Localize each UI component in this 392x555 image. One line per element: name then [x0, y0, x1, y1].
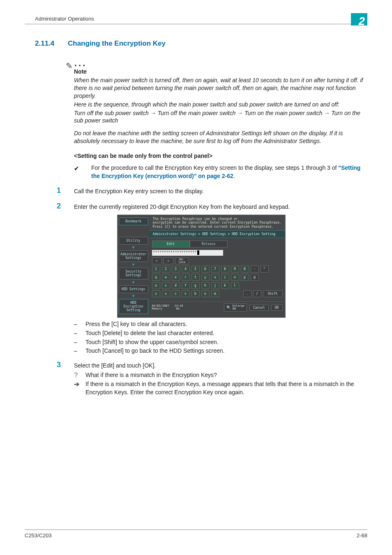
note-block: ✎... Note When the main power switch is … — [74, 59, 367, 145]
key-6[interactable]: 6 — [201, 266, 210, 273]
enlarge-label: Enlarge ON — [232, 305, 244, 310]
key-dash[interactable]: - — [251, 266, 259, 273]
kb-row-4: z x c v b n m . / Shift — [152, 290, 283, 297]
key-i[interactable]: i — [221, 274, 229, 281]
panel-msg-line1: The Encryption Passphrase can be changed… — [153, 217, 282, 221]
key-m[interactable]: m — [211, 290, 219, 297]
sub-bullet: – Touch [Shift] to show the upper case/s… — [74, 338, 367, 347]
side-hdd-settings[interactable]: HDD Settings — [119, 285, 148, 293]
key-h[interactable]: h — [201, 282, 210, 289]
passphrase-input[interactable]: ******************** — [152, 250, 223, 256]
key-caret[interactable]: ^ — [261, 266, 269, 273]
key-0[interactable]: 0 — [241, 266, 249, 273]
down-arrow-icon: ▼ — [119, 294, 148, 298]
key-z[interactable]: z — [152, 290, 160, 297]
note-paragraph-3: Turn off the sub power switch → Turn off… — [74, 109, 367, 125]
key-c[interactable]: c — [172, 290, 180, 297]
answer-row: ➔ If there is a mismatch in the Encrypti… — [74, 380, 367, 396]
key-a[interactable]: a — [152, 282, 160, 289]
footer-memory-label: Memory — [152, 307, 162, 310]
key-d[interactable]: d — [172, 282, 180, 289]
key-2[interactable]: 2 — [162, 266, 170, 273]
check-text-before: For the procedure to call the Encryption… — [91, 164, 338, 171]
down-arrow-icon: ▼ — [119, 280, 148, 284]
kb-row-3: a s d f g h j k l — [152, 282, 283, 289]
key-1[interactable]: 1 — [152, 266, 160, 273]
checkmark-icon: ✔ — [74, 164, 91, 180]
chapter-chip: 2 — [351, 13, 367, 25]
key-9[interactable]: 9 — [231, 266, 239, 273]
side-hdd-encryption[interactable]: HDD Encryption Setting — [119, 299, 148, 314]
key-4[interactable]: 4 — [182, 266, 190, 273]
key-period[interactable]: . — [243, 290, 251, 297]
delete-key[interactable]: De- lete — [175, 257, 189, 264]
key-g[interactable]: g — [191, 282, 200, 289]
ok-button[interactable]: OK — [271, 305, 283, 311]
header-title: Administrator Operations — [35, 16, 94, 22]
arrow-right-key[interactable]: → — [164, 257, 173, 264]
sub-bullet-text: Touch [Cancel] to go back to the HDD Set… — [85, 347, 367, 355]
side-utility[interactable]: Utility — [119, 237, 148, 245]
key-x[interactable]: x — [162, 290, 170, 297]
key-f[interactable]: f — [182, 282, 190, 289]
key-7[interactable]: 7 — [211, 266, 219, 273]
key-t[interactable]: t — [191, 274, 200, 281]
key-n[interactable]: n — [201, 290, 210, 297]
section-heading: 2.11.4Changing the Encryption Key — [35, 39, 367, 48]
question-mark-icon: ? — [74, 371, 85, 379]
cancel-button[interactable]: Cancel — [249, 305, 269, 311]
kb-row-1: 1 2 3 4 5 6 7 8 9 0 - ^ — [152, 266, 283, 273]
key-r[interactable]: r — [182, 274, 190, 281]
ellipsis-icon: ... — [74, 58, 87, 68]
note-paragraph-1: When the main power switch is turned off… — [74, 76, 367, 100]
footer-model: C253/C203 — [25, 532, 52, 539]
key-v[interactable]: v — [182, 290, 190, 297]
side-nav: Bookmark Utility ▼ Administrator Setting… — [118, 215, 150, 318]
footer-page-number: 2-68 — [357, 532, 367, 539]
key-j[interactable]: j — [211, 282, 219, 289]
side-bookmark[interactable]: Bookmark — [119, 217, 148, 225]
key-o[interactable]: o — [231, 274, 239, 281]
key-l[interactable]: l — [231, 282, 239, 289]
side-admin-settings[interactable]: Administrator Settings — [119, 250, 148, 262]
tab-edit[interactable]: Edit — [152, 240, 190, 247]
header-rule — [25, 24, 367, 24]
tab-release[interactable]: Release — [190, 240, 228, 247]
key-e[interactable]: e — [172, 274, 180, 281]
step-text-1: Call the Encryption Key entry screen to … — [74, 187, 367, 196]
sub-bullet-text: Press the [C] key to clear all character… — [85, 320, 367, 328]
key-at[interactable]: @ — [251, 274, 259, 281]
kb-row-2: q w e r t y u i o p @ — [152, 274, 283, 281]
check-bullet: ✔ For the procedure to call the Encrypti… — [74, 164, 367, 180]
step-number-2: 2 — [57, 202, 74, 211]
enlarge-button[interactable]: 🔍 Enlarge ON — [224, 303, 247, 312]
key-p[interactable]: p — [241, 274, 249, 281]
side-security-settings[interactable]: Security Settings — [119, 268, 148, 279]
key-3[interactable]: 3 — [172, 266, 180, 273]
sub-bullet: – Touch [Delete] to delete the last char… — [74, 329, 367, 338]
key-w[interactable]: w — [162, 274, 170, 281]
key-b[interactable]: b — [191, 290, 200, 297]
arrow-right-icon: ➔ — [74, 380, 85, 396]
key-k[interactable]: k — [221, 282, 229, 289]
step-1: 1 Call the Encryption Key entry screen t… — [57, 187, 367, 196]
step-2: 2 Enter the currently registered 20-digi… — [57, 202, 367, 211]
key-u[interactable]: u — [211, 274, 219, 281]
sub-bullet-text: Touch [Delete] to delete the last charac… — [85, 329, 367, 338]
key-y[interactable]: y — [201, 274, 210, 281]
dash-icon: – — [74, 329, 85, 338]
arrow-left-key[interactable]: ← — [152, 257, 162, 264]
key-8[interactable]: 8 — [221, 266, 229, 273]
down-arrow-icon: ▼ — [119, 245, 148, 250]
page-header: Administrator Operations 2 — [25, 16, 367, 27]
answer-text: If there is a mismatch in the Encryption… — [85, 380, 367, 396]
footer-memory-value: 0% — [176, 307, 180, 310]
panel-msg-line2: encryption can be cancelled. Enter curre… — [153, 221, 282, 225]
footer-rule — [25, 530, 367, 530]
key-slash[interactable]: / — [253, 290, 261, 297]
chapter-number: 2 — [358, 15, 365, 28]
key-5[interactable]: 5 — [191, 266, 200, 273]
key-s[interactable]: s — [162, 282, 170, 289]
key-q[interactable]: q — [152, 274, 160, 281]
shift-key[interactable]: Shift — [263, 290, 283, 297]
